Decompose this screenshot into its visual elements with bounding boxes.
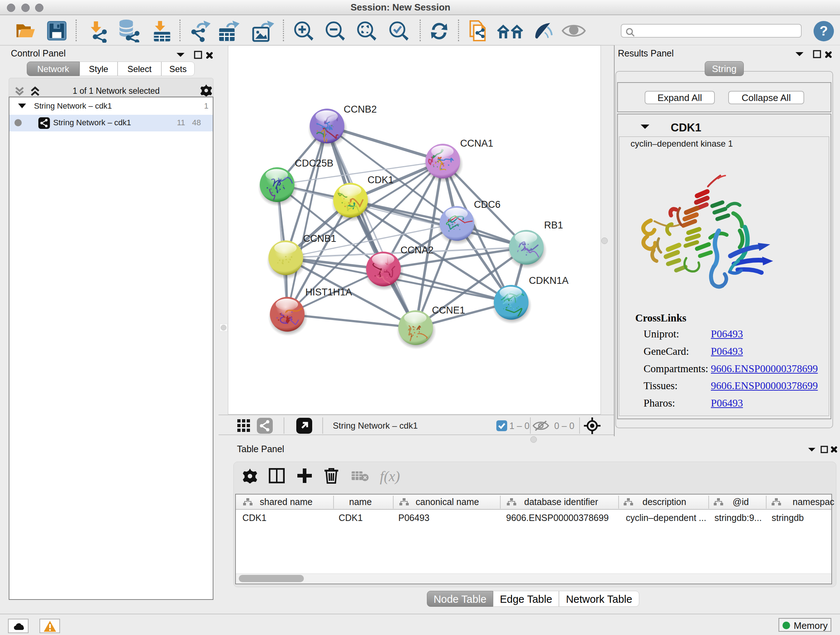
svg-text:CCNB2: CCNB2 [344,104,377,115]
svg-text:CDC6: CDC6 [474,199,501,210]
svg-text:HIST1H1A: HIST1H1A [305,287,352,298]
svg-text:CCNB1: CCNB1 [303,233,336,244]
svg-text:?: ? [820,23,828,38]
svg-text:CCNA1: CCNA1 [460,138,493,149]
svg-text:CDKN1A: CDKN1A [529,275,569,286]
svg-text:CCNA2: CCNA2 [401,245,434,256]
svg-text:RB1: RB1 [544,220,563,231]
svg-text:CDK1: CDK1 [368,174,393,185]
svg-text:CCNE1: CCNE1 [432,305,465,316]
svg-text:CDC25B: CDC25B [295,158,333,169]
